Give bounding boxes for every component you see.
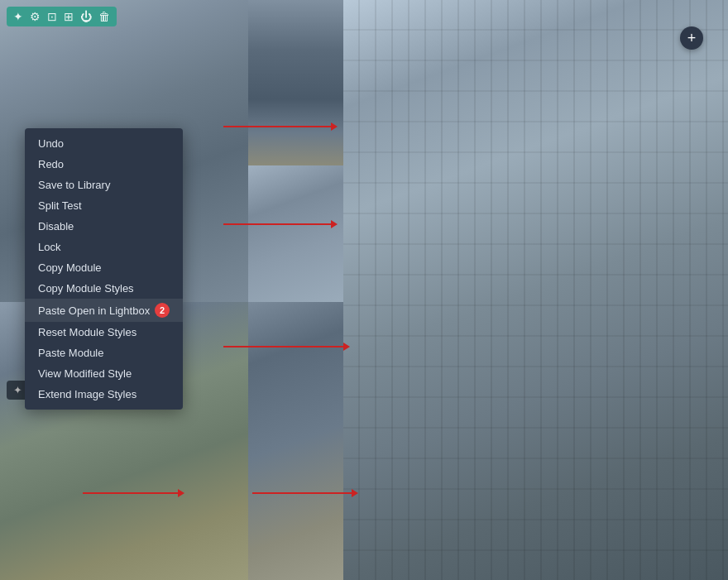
arrow-2 <box>223 220 338 228</box>
menu-item-copy-module[interactable]: Copy Module <box>25 257 183 278</box>
top-toolbar: ✦ ⚙ ⊡ ⊞ ⏻ 🗑 <box>7 7 117 26</box>
menu-label-view-modified-style: View Modified Style <box>38 367 132 380</box>
menu-item-paste-module[interactable]: Paste Module <box>25 343 183 363</box>
grid-icon[interactable]: ⊞ <box>64 10 74 23</box>
bottom-move-icon[interactable]: ✦ <box>13 384 22 396</box>
duplicate-icon[interactable]: ⊡ <box>47 10 57 23</box>
add-button[interactable]: + <box>680 26 703 50</box>
menu-label-lock: Lock <box>38 241 60 253</box>
paste-badge: 2 <box>155 303 170 318</box>
menu-label-paste-open-lightbox: Paste Open in Lightbox <box>38 304 150 317</box>
arrow-5 <box>252 489 358 497</box>
move-icon[interactable]: ✦ <box>13 10 23 23</box>
menu-item-split-test[interactable]: Split Test <box>25 195 183 216</box>
menu-label-paste-module: Paste Module <box>38 347 104 359</box>
menu-item-extend-image-styles[interactable]: Extend Image Styles <box>25 384 183 405</box>
menu-item-paste-open-lightbox[interactable]: Paste Open in Lightbox 2 <box>25 299 183 322</box>
menu-label-save-library: Save to Library <box>38 179 110 191</box>
menu-item-save-library[interactable]: Save to Library <box>25 175 183 195</box>
arrow-3 <box>223 343 350 351</box>
menu-item-disable[interactable]: Disable <box>25 216 183 237</box>
arrow-1 <box>223 122 338 131</box>
plus-icon: + <box>687 30 697 47</box>
menu-label-reset-module-styles: Reset Module Styles <box>38 326 136 338</box>
menu-label-copy-module-styles: Copy Module Styles <box>38 282 134 295</box>
menu-item-copy-module-styles[interactable]: Copy Module Styles <box>25 278 183 299</box>
canvas: ✦ ⚙ ⊡ ⊞ ⏻ 🗑 Undo Redo Save to Library Sp… <box>0 0 728 580</box>
arrow-4 <box>83 489 184 497</box>
delete-icon[interactable]: 🗑 <box>98 10 110 23</box>
menu-label-split-test: Split Test <box>38 199 82 212</box>
menu-label-undo: Undo <box>38 137 64 150</box>
menu-item-view-modified-style[interactable]: View Modified Style <box>25 363 183 384</box>
menu-label-disable: Disable <box>38 220 74 232</box>
menu-item-lock[interactable]: Lock <box>25 237 183 257</box>
image-top-middle <box>248 0 343 165</box>
settings-icon[interactable]: ⚙ <box>30 10 41 23</box>
menu-item-undo[interactable]: Undo <box>25 133 183 154</box>
menu-item-redo[interactable]: Redo <box>25 154 183 175</box>
menu-label-redo: Redo <box>38 158 64 170</box>
menu-item-reset-module-styles[interactable]: Reset Module Styles <box>25 322 183 343</box>
menu-label-extend-image-styles: Extend Image Styles <box>38 388 136 400</box>
menu-label-copy-module: Copy Module <box>38 261 102 274</box>
power-icon[interactable]: ⏻ <box>80 10 92 23</box>
image-mid-middle <box>248 165 343 302</box>
context-menu: Undo Redo Save to Library Split Test Dis… <box>25 128 183 410</box>
image-main-right <box>343 0 728 580</box>
